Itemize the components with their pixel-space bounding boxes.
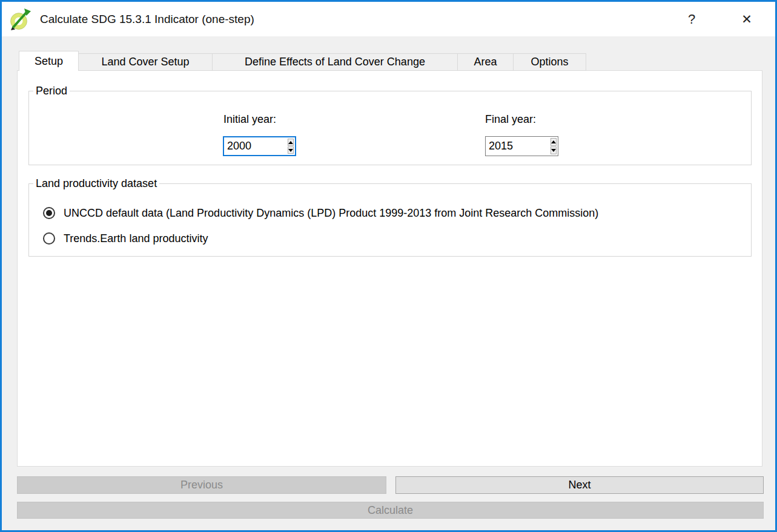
period-groupbox: Period Initial year: Final year: (28, 91, 752, 165)
final-year-label: Final year: (485, 113, 536, 126)
land-productivity-dataset-groupbox: Land productivity dataset UNCCD default … (28, 183, 752, 257)
initial-year-input[interactable] (224, 137, 286, 155)
next-button[interactable]: Next (395, 476, 764, 494)
final-year-spin-buttons (549, 137, 558, 156)
unccd-default-data-radio-row[interactable]: UNCCD default data (Land Productivity Dy… (43, 206, 598, 220)
initial-year-spinbox[interactable] (223, 136, 296, 156)
final-year-spin-up-button[interactable] (551, 138, 557, 146)
initial-year-spin-down-button[interactable] (288, 146, 294, 154)
tab-land-cover-setup[interactable]: Land Cover Setup (79, 53, 213, 71)
initial-year-spin-up-button[interactable] (288, 139, 294, 146)
close-button[interactable]: ✕ (732, 2, 762, 36)
arrow-up-icon (288, 141, 293, 144)
qgis-logo-icon (9, 7, 33, 31)
tab-setup[interactable]: Setup (19, 51, 79, 71)
title-bar: Calculate SDG 15.3.1 Indicator (one-step… (2, 2, 775, 36)
arrow-down-icon (288, 149, 293, 152)
final-year-input[interactable] (486, 137, 549, 156)
tab-options[interactable]: Options (514, 53, 586, 71)
unccd-default-data-radio-label: UNCCD default data (Land Productivity Dy… (64, 207, 598, 220)
calculate-button[interactable]: Calculate (17, 502, 764, 519)
radio-button-icon[interactable] (43, 207, 55, 219)
help-button[interactable]: ? (676, 2, 707, 36)
period-group-label: Period (33, 85, 70, 97)
initial-year-label: Initial year: (223, 113, 276, 126)
arrow-down-icon (551, 149, 556, 152)
final-year-spinbox[interactable] (485, 136, 558, 156)
setup-tab-panel: Period Initial year: Final year: Land (17, 70, 762, 467)
previous-button[interactable]: Previous (17, 476, 386, 494)
tab-define-effects-of-land-cover-change[interactable]: Define Effects of Land Cover Change (213, 53, 458, 71)
radio-button-icon[interactable] (43, 232, 55, 245)
land-productivity-dataset-group-label: Land productivity dataset (33, 177, 159, 190)
arrow-up-icon (551, 140, 556, 143)
tab-bar: Setup Land Cover Setup Define Effects of… (19, 51, 586, 71)
trends-earth-land-productivity-radio-label: Trends.Earth land productivity (64, 232, 208, 245)
final-year-spin-down-button[interactable] (551, 146, 557, 154)
trends-earth-land-productivity-radio-row[interactable]: Trends.Earth land productivity (43, 232, 208, 245)
initial-year-spin-buttons (286, 137, 295, 155)
dialog-window: Calculate SDG 15.3.1 Indicator (one-step… (0, 0, 777, 532)
tab-area[interactable]: Area (458, 53, 514, 71)
window-title: Calculate SDG 15.3.1 Indicator (one-step… (40, 13, 254, 26)
